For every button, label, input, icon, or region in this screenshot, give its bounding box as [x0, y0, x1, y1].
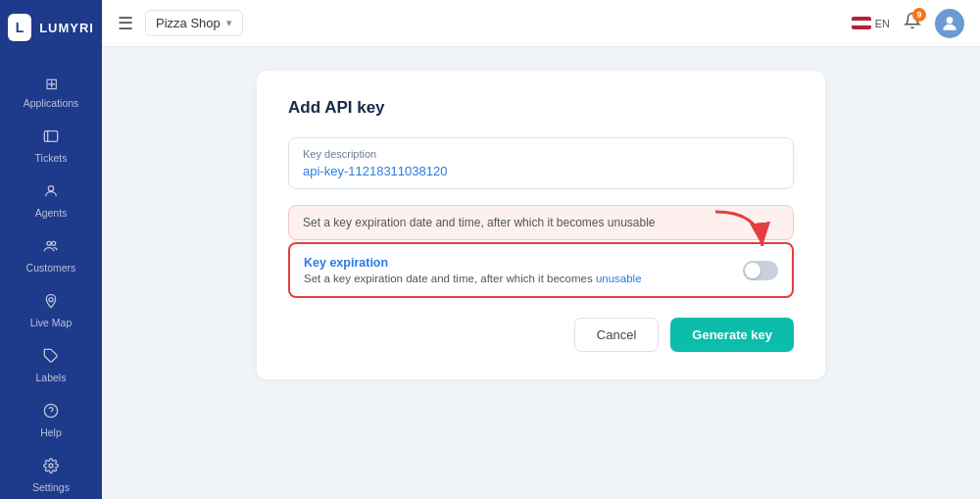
- svg-point-4: [52, 241, 56, 245]
- sidebar-item-agents[interactable]: Agents: [0, 174, 102, 228]
- sidebar-label-tickets: Tickets: [35, 152, 68, 164]
- store-selector[interactable]: Pizza Shop ▾: [145, 10, 243, 36]
- sidebar-item-help[interactable]: Help: [0, 393, 102, 448]
- sidebar-label-settings: Settings: [32, 481, 70, 493]
- sidebar-nav: ⊞ Applications Tickets Agents Customers: [0, 65, 102, 499]
- live-map-icon: [43, 293, 59, 313]
- main-content: ☰ Pizza Shop ▾ EN 9 Add API key Key des: [102, 0, 980, 499]
- toggle-knob: [745, 263, 760, 278]
- logo-text: LUMYRI: [39, 21, 94, 35]
- notification-button[interactable]: 9: [904, 12, 921, 34]
- expiration-description: Set a key expiration date and time, afte…: [304, 273, 642, 284]
- toggle-wrapper[interactable]: [743, 261, 778, 280]
- help-icon: [43, 403, 59, 423]
- avatar[interactable]: [935, 9, 964, 38]
- labels-icon: [43, 348, 59, 368]
- button-row: Cancel Generate key: [288, 318, 794, 352]
- sidebar-label-applications: Applications: [24, 97, 79, 109]
- cancel-button[interactable]: Cancel: [574, 318, 659, 352]
- agents-icon: [43, 183, 59, 203]
- sidebar-label-labels: Labels: [36, 372, 67, 383]
- sidebar: L LUMYRI ⊞ Applications Tickets Agents C…: [0, 0, 102, 499]
- generate-key-button[interactable]: Generate key: [670, 318, 794, 352]
- sidebar-item-live-map[interactable]: Live Map: [0, 283, 102, 338]
- key-description-field: Key description api-key-11218311038120: [288, 137, 794, 189]
- sidebar-item-applications[interactable]: ⊞ Applications: [0, 65, 102, 119]
- expiration-title: Key expiration: [304, 256, 642, 270]
- logo-icon: L: [8, 14, 31, 41]
- svg-point-5: [49, 298, 53, 302]
- notification-badge: 9: [912, 8, 926, 22]
- expiration-desc-text: Set a key expiration date and time, afte…: [304, 273, 593, 284]
- info-notice: Set a key expiration date and time, afte…: [288, 205, 794, 240]
- svg-point-10: [947, 17, 954, 24]
- sidebar-item-tickets[interactable]: Tickets: [0, 119, 102, 174]
- card-title: Add API key: [288, 98, 794, 118]
- language-selector[interactable]: EN: [852, 17, 890, 29]
- settings-icon: [43, 458, 59, 477]
- flag-icon: [852, 17, 871, 29]
- expiration-left: Key expiration Set a key expiration date…: [304, 256, 642, 284]
- expiration-box: Key expiration Set a key expiration date…: [288, 242, 794, 298]
- sidebar-item-settings[interactable]: Settings: [0, 448, 102, 499]
- expiration-toggle[interactable]: [743, 261, 778, 280]
- info-notice-text: Set a key expiration date and time, afte…: [303, 216, 656, 229]
- svg-rect-0: [44, 131, 57, 142]
- expiration-desc-link: unusable: [596, 273, 642, 284]
- store-name: Pizza Shop: [156, 16, 220, 30]
- chevron-down-icon: ▾: [226, 17, 232, 29]
- expiration-box-wrapper: Key expiration Set a key expiration date…: [288, 242, 794, 298]
- svg-point-2: [48, 186, 53, 191]
- topbar: ☰ Pizza Shop ▾ EN 9: [102, 0, 980, 47]
- applications-icon: ⊞: [45, 75, 58, 93]
- sidebar-label-help: Help: [40, 426, 62, 438]
- tickets-icon: [43, 128, 59, 148]
- language-label: EN: [875, 18, 890, 29]
- key-description-label: Key description: [303, 148, 779, 160]
- customers-icon: [43, 238, 59, 258]
- hamburger-icon[interactable]: ☰: [118, 13, 133, 34]
- topbar-right: EN 9: [852, 9, 964, 38]
- page-content: Add API key Key description api-key-1121…: [102, 47, 980, 499]
- sidebar-label-agents: Agents: [35, 207, 68, 219]
- sidebar-label-customers: Customers: [26, 262, 76, 274]
- sidebar-logo: L LUMYRI: [0, 0, 102, 55]
- key-description-value: api-key-11218311038120: [303, 164, 779, 178]
- sidebar-item-labels[interactable]: Labels: [0, 338, 102, 393]
- svg-point-3: [47, 241, 51, 245]
- sidebar-label-live-map: Live Map: [30, 317, 73, 328]
- sidebar-item-customers[interactable]: Customers: [0, 228, 102, 283]
- svg-point-9: [49, 464, 53, 468]
- api-key-card: Add API key Key description api-key-1121…: [257, 71, 825, 379]
